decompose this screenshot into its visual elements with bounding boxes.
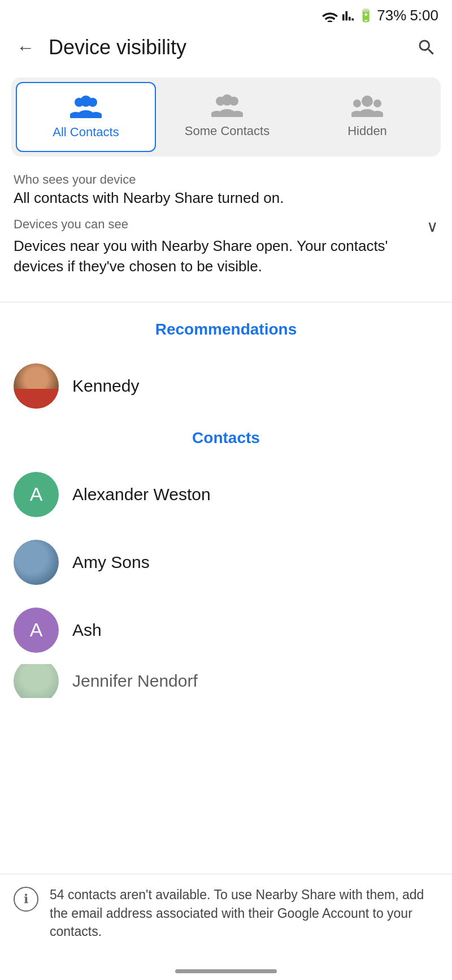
kennedy-name: Kennedy — [72, 376, 139, 396]
svg-point-16 — [373, 99, 381, 107]
kennedy-avatar — [14, 363, 59, 409]
contacts-section: Contacts A Alexander Weston Amy Sons A A… — [0, 424, 452, 703]
time-text: 5:00 — [410, 7, 438, 24]
description-section: Who sees your device All contacts with N… — [0, 168, 452, 300]
contacts-title: Contacts — [14, 429, 438, 447]
some-contacts-icon — [211, 93, 243, 117]
amy-avatar — [14, 540, 59, 585]
jennifer-avatar — [14, 664, 59, 698]
ash-avatar: A — [14, 608, 59, 653]
svg-point-8 — [221, 94, 233, 106]
svg-point-12 — [362, 96, 373, 107]
signal-icon — [341, 10, 355, 22]
devices-value: Devices near you with Nearby Share open.… — [14, 237, 388, 275]
page-title: Device visibility — [49, 36, 403, 59]
wifi-icon — [322, 10, 338, 22]
who-sees-group: Who sees your device All contacts with N… — [14, 172, 438, 207]
back-button[interactable]: ← — [11, 33, 40, 62]
svg-point-2 — [80, 96, 92, 107]
alexander-avatar: A — [14, 472, 59, 517]
hidden-icon — [351, 93, 383, 117]
bottom-notice: ℹ 54 contacts aren't available. To use N… — [0, 874, 452, 952]
all-contacts-icon — [70, 94, 102, 118]
chevron-down-icon[interactable]: ∨ — [420, 216, 438, 236]
home-indicator — [175, 969, 277, 973]
recommendations-section: Recommendations Kennedy — [0, 305, 452, 424]
battery-text: 73% — [377, 7, 406, 24]
devices-label: Devices you can see — [14, 216, 420, 233]
alexander-initial: A — [30, 483, 43, 505]
ash-name: Ash — [72, 621, 102, 640]
list-item[interactable]: Kennedy — [14, 352, 438, 420]
battery-icon: 🔋 — [358, 8, 373, 23]
all-contacts-option[interactable]: All Contacts — [16, 82, 156, 152]
devices-group: Devices you can see Devices near you wit… — [14, 216, 438, 277]
list-item[interactable]: A Ash — [14, 596, 438, 664]
search-button[interactable] — [412, 33, 441, 62]
info-icon: ℹ — [14, 887, 38, 912]
all-contacts-label: All Contacts — [53, 125, 119, 140]
some-contacts-option[interactable]: Some Contacts — [158, 82, 296, 152]
list-item[interactable]: Amy Sons — [14, 528, 438, 596]
status-icons: 🔋 73% 5:00 — [322, 7, 438, 24]
jennifer-name: Jennifer Nendorf — [72, 671, 198, 691]
devices-container: Devices you can see Devices near you wit… — [14, 216, 420, 277]
hidden-label: Hidden — [347, 124, 387, 138]
some-contacts-label: Some Contacts — [185, 124, 270, 138]
ash-initial: A — [30, 619, 43, 641]
list-item[interactable]: Jennifer Nendorf — [14, 664, 438, 698]
who-sees-value: All contacts with Nearby Share turned on… — [14, 189, 438, 207]
divider — [0, 302, 452, 302]
who-sees-label: Who sees your device — [14, 172, 438, 187]
alexander-name: Alexander Weston — [72, 485, 211, 504]
notice-text: 54 contacts aren't available. To use Nea… — [50, 886, 438, 940]
amy-name: Amy Sons — [72, 553, 150, 572]
hidden-option[interactable]: Hidden — [298, 82, 436, 152]
recommendations-title: Recommendations — [14, 320, 438, 339]
page-header: ← Device visibility — [0, 29, 452, 73]
status-bar: 🔋 73% 5:00 — [0, 0, 452, 29]
search-icon — [416, 37, 437, 58]
back-arrow-icon: ← — [16, 37, 34, 58]
visibility-options: All Contacts Some Contacts Hidden — [11, 77, 441, 157]
svg-point-14 — [353, 99, 361, 107]
list-item[interactable]: A Alexander Weston — [14, 461, 438, 528]
